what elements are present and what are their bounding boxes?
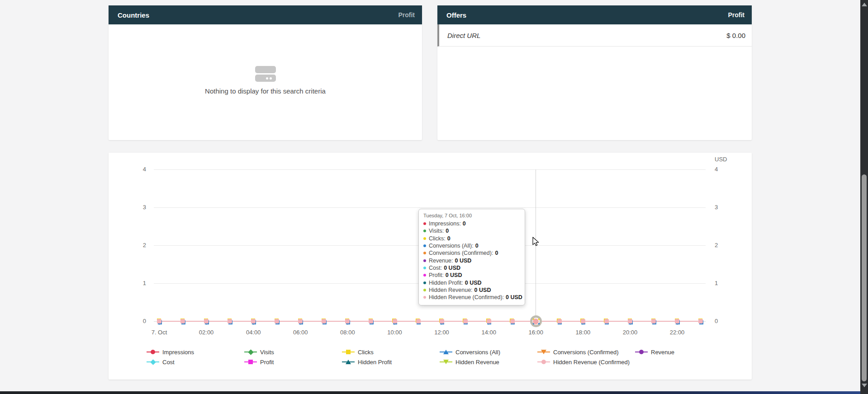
tooltip-row-value: 0 (447, 235, 451, 242)
chart-point[interactable] (228, 319, 232, 324)
chart-point[interactable] (651, 319, 656, 324)
chart-point-layer (275, 319, 279, 324)
chart-point-layer (228, 319, 232, 324)
chart-point[interactable] (557, 319, 562, 324)
chart-point-layer (487, 319, 491, 324)
chart-point-layer (180, 319, 185, 324)
chart-point-hover[interactable] (533, 319, 539, 324)
clicks-marker-icon (342, 349, 355, 355)
tooltip-row-revenue: Revenue:0 USD (423, 257, 520, 264)
legend-item-cost[interactable]: Cost (147, 357, 244, 367)
y-axis-label-right: 2 (715, 242, 733, 249)
tooltip-row-label: Hidden Revenue: (429, 287, 473, 293)
legend-label: Visits (260, 349, 274, 356)
tooltip-row-label: Clicks: (429, 235, 446, 242)
conversions-all-marker-icon (440, 349, 452, 355)
chart-point[interactable] (604, 319, 609, 324)
offers-profit-column-header[interactable]: Profit (728, 11, 745, 19)
legend-label: Clicks (358, 349, 374, 356)
legend-item-profit[interactable]: Profit (244, 357, 342, 367)
chart-point[interactable] (486, 319, 491, 324)
tooltip-row-clicks: Clicks:0 (423, 235, 520, 242)
chart-point-layer (698, 319, 703, 324)
chart-point-layer (157, 319, 161, 324)
countries-profit-column-header[interactable]: Profit (398, 11, 415, 19)
legend-item-hidden-revenue[interactable]: Hidden Revenue (440, 357, 537, 367)
tooltip-row-conversions-all: Conversions (All):0 (423, 242, 520, 249)
legend-item-clicks[interactable]: Clicks (342, 347, 440, 357)
chart-point[interactable] (369, 319, 374, 324)
offer-row-direct-url[interactable]: Direct URL $ 0.00 (437, 24, 752, 47)
tooltip-series-dot (423, 230, 426, 232)
chart-point[interactable] (322, 319, 327, 324)
chart-point[interactable] (392, 319, 397, 324)
tooltip-row-impressions: Impressions:0 (423, 220, 520, 227)
legend-label: Impressions (162, 349, 194, 356)
tooltip-row-value: 0 (446, 228, 449, 234)
chart-point-layer (651, 319, 656, 324)
tooltip-series-dot (423, 296, 426, 299)
chart-point[interactable] (416, 319, 421, 324)
y-axis-label-right: 0 (715, 318, 733, 324)
chart-point[interactable] (439, 319, 444, 324)
tooltip-series-dot (423, 237, 426, 240)
chart-point[interactable] (628, 319, 633, 324)
offer-profit-value: $ 0.00 (726, 32, 745, 39)
countries-panel: Countries Profit Nothing to display for … (109, 5, 422, 140)
scrollbar-thumb[interactable] (862, 174, 867, 381)
chart-point[interactable] (251, 319, 256, 324)
countries-panel-title: Countries (118, 11, 149, 19)
chart-point-layer (628, 319, 632, 324)
chart-point[interactable] (180, 319, 185, 324)
chart-point-layer (440, 319, 444, 324)
gridline-y-3 (154, 207, 706, 208)
legend-label: Hidden Revenue (455, 359, 499, 366)
offer-name: Direct URL (447, 32, 480, 39)
tooltip-row-value: 0 (495, 250, 498, 256)
gridline-y-4 (154, 169, 706, 170)
chart-point-layer (581, 319, 585, 324)
legend-item-conversions-all[interactable]: Conversions (All) (440, 347, 537, 357)
vertical-scrollbar[interactable] (860, 0, 868, 394)
footer-edge-bar (0, 391, 860, 394)
tooltip-row-value: 0 USD (446, 272, 462, 278)
chart-point-layer (675, 319, 679, 324)
scroll-up-arrow-icon[interactable] (862, 3, 867, 6)
chart-point[interactable] (204, 319, 209, 324)
tooltip-row-profit: Profit:0 USD (423, 272, 520, 279)
chart-point[interactable] (157, 319, 162, 324)
legend-item-conversions-confirmed[interactable]: Conversions (Confirmed) (537, 347, 635, 357)
legend-label: Cost (162, 359, 175, 366)
legend-item-hidden-revenue-confirmed[interactable]: Hidden Revenue (Confirmed) (537, 357, 635, 367)
y-axis-label-left: 4 (128, 166, 146, 173)
crosshair-line (536, 169, 536, 321)
legend-item-impressions[interactable]: Impressions (147, 347, 244, 357)
legend-label: Hidden Profit (358, 359, 392, 366)
chart-point[interactable] (298, 319, 303, 324)
offers-panel-title: Offers (446, 11, 466, 19)
legend-label: Conversions (Confirmed) (553, 349, 619, 356)
y-axis-label-left: 3 (128, 204, 146, 211)
tooltip-row-value: 0 USD (444, 265, 460, 271)
chart-point[interactable] (510, 319, 515, 324)
scroll-down-arrow-icon[interactable] (862, 384, 867, 387)
y-axis-label-left: 0 (128, 318, 146, 324)
tooltip-series-dot (423, 274, 426, 277)
x-axis-label: 04:00 (239, 329, 268, 336)
chart-point[interactable] (675, 319, 680, 324)
y-axis-label-left: 1 (128, 280, 146, 286)
chart-point[interactable] (345, 319, 350, 324)
tooltip-row-hidden-revenue: Hidden Revenue:0 USD (423, 286, 520, 294)
legend-item-revenue[interactable]: Revenue (635, 347, 733, 357)
legend-item-visits[interactable]: Visits (244, 347, 342, 357)
y-axis-label-right: 4 (715, 166, 733, 173)
chart-legend: ImpressionsVisitsClicksConversions (All)… (147, 347, 733, 367)
chart-point[interactable] (580, 319, 585, 324)
legend-item-hidden-profit[interactable]: Hidden Profit (342, 357, 440, 367)
chart-point[interactable] (698, 319, 703, 324)
chart-point-layer (369, 319, 373, 324)
chart-point[interactable] (275, 319, 280, 324)
revenue-marker-icon (635, 349, 648, 355)
chart-point[interactable] (463, 319, 468, 324)
tooltip-row-label: Hidden Profit: (429, 280, 463, 286)
